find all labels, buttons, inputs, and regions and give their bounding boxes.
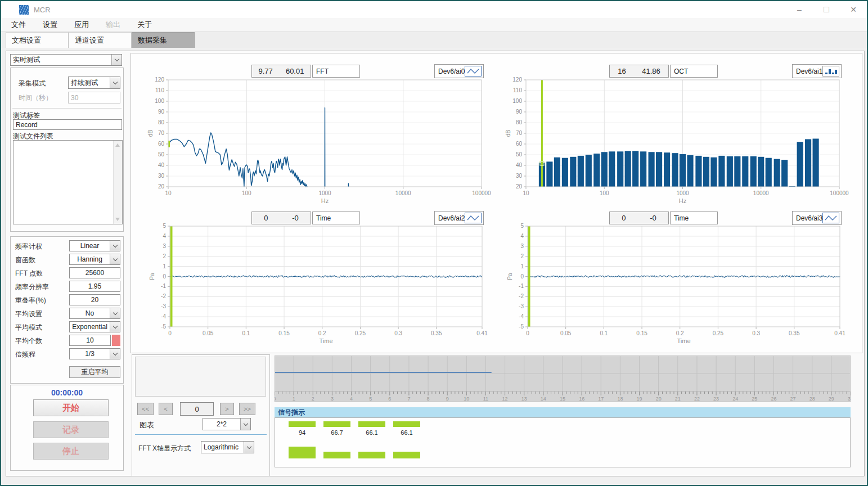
chevron-down-icon[interactable] — [110, 349, 120, 359]
svg-text:Pa: Pa — [149, 273, 155, 280]
chart-layout-select[interactable]: 2*2 — [203, 418, 251, 430]
oct-chart[interactable]: 1010010001000010000012011010090807060504… — [502, 75, 855, 208]
setting-label: FFT 点数 — [15, 269, 43, 278]
svg-text:30: 30 — [516, 173, 523, 179]
setting-value: Linear — [70, 242, 110, 250]
setting-value: 1/3 — [70, 350, 110, 358]
test-file-list[interactable] — [13, 140, 123, 224]
menu-item-settings[interactable]: 设置 — [36, 20, 64, 30]
chevron-down-icon[interactable] — [111, 55, 122, 65]
svg-text:3: 3 — [520, 243, 524, 249]
restart-average-button[interactable]: 重启平均 — [69, 366, 120, 378]
chevron-down-icon[interactable] — [240, 418, 250, 430]
channel-label: Dev6/ai0 — [438, 68, 465, 75]
signal-level-value: 66.1 — [393, 429, 420, 436]
app-window: MCR – ☐ ✕ 文件 设置 应用 输出 关于 文档设置 通道设置 数据采集 … — [0, 0, 868, 486]
acq-time-label: 时间（秒） — [19, 93, 52, 103]
last-record-button[interactable]: >> — [239, 403, 255, 415]
t2-chart[interactable]: 00.050.10.150.20.250.30.350.41543210-1-2… — [146, 221, 498, 348]
svg-text:-2: -2 — [519, 293, 524, 299]
signal-level-bar — [358, 421, 385, 427]
test-tag-input[interactable]: Record — [13, 119, 122, 130]
tab-channel-settings[interactable]: 通道设置 — [69, 32, 132, 48]
menu-item-file[interactable]: 文件 — [5, 20, 33, 30]
svg-text:120: 120 — [155, 76, 164, 83]
chevron-down-icon[interactable] — [110, 77, 120, 88]
svg-text:5: 5 — [163, 223, 166, 229]
menu-item-about[interactable]: 关于 — [131, 20, 159, 30]
menu-item-apply[interactable]: 应用 — [68, 20, 96, 30]
svg-text:120: 120 — [512, 76, 522, 83]
svg-text:-5: -5 — [161, 323, 166, 330]
svg-text:110: 110 — [513, 87, 522, 93]
runner-group: 00:00:00 开始 记录 停止 — [10, 385, 124, 471]
svg-text:0.05: 0.05 — [560, 330, 572, 336]
scroll-up-icon[interactable] — [115, 143, 120, 147]
nav-preview-box — [135, 357, 266, 397]
test-mode-select[interactable]: 实时测试 — [10, 54, 122, 66]
svg-text:0.41: 0.41 — [476, 330, 488, 336]
next-record-button[interactable]: > — [220, 403, 234, 415]
chart-layout-value: 2*2 — [203, 420, 240, 428]
setting-value: Exponential — [70, 323, 110, 331]
svg-text:0.3: 0.3 — [394, 330, 402, 336]
close-button[interactable]: ✕ — [840, 1, 867, 18]
chevron-down-icon[interactable] — [110, 254, 120, 264]
chevron-down-icon[interactable] — [110, 322, 120, 332]
cursor-x-value: 16 — [618, 67, 626, 75]
tab-data-acquisition[interactable]: 数据采集 — [132, 32, 195, 48]
svg-text:10: 10 — [464, 396, 469, 402]
setting-select[interactable]: Hanning — [69, 254, 120, 265]
t3-chart[interactable]: 00.050.10.150.20.250.30.350.41543210-1-2… — [504, 221, 856, 348]
svg-text:5: 5 — [520, 223, 524, 229]
svg-text:30: 30 — [848, 396, 851, 402]
setting-input[interactable]: 25600 — [69, 267, 120, 278]
svg-text:4: 4 — [520, 233, 524, 239]
prev-record-button[interactable]: < — [159, 403, 173, 415]
scrollbar[interactable] — [113, 141, 122, 224]
cursor-y-value: 41.86 — [642, 67, 660, 75]
start-button[interactable]: 开始 — [33, 399, 109, 416]
minimize-button[interactable]: – — [786, 1, 813, 18]
svg-text:0.3: 0.3 — [752, 330, 760, 336]
svg-text:18: 18 — [617, 396, 623, 402]
fft-axis-mode-select[interactable]: Logarithmic — [201, 441, 254, 453]
svg-text:4: 4 — [163, 233, 166, 239]
setting-select[interactable]: 1/3 — [69, 348, 120, 359]
chevron-down-icon[interactable] — [244, 442, 254, 453]
svg-text:6: 6 — [388, 396, 391, 402]
tab-document-settings[interactable]: 文档设置 — [6, 32, 69, 48]
first-record-button[interactable]: << — [137, 403, 154, 415]
setting-value: 10 — [70, 336, 110, 344]
setting-select[interactable]: Exponential — [69, 321, 120, 332]
setting-input[interactable]: 10 — [69, 335, 111, 346]
svg-text:0.2: 0.2 — [318, 330, 326, 336]
svg-text:100000: 100000 — [472, 190, 491, 196]
svg-text:1: 1 — [293, 396, 295, 402]
svg-text:25: 25 — [752, 396, 757, 402]
app-icon — [19, 5, 29, 15]
svg-text:100000: 100000 — [830, 190, 849, 196]
svg-text:100: 100 — [242, 190, 251, 196]
svg-text:0.35: 0.35 — [789, 330, 800, 336]
chevron-down-icon[interactable] — [110, 241, 120, 251]
scroll-down-icon[interactable] — [115, 218, 120, 221]
window-title: MCR — [34, 6, 51, 14]
svg-text:70: 70 — [516, 130, 523, 136]
setting-input[interactable]: 20 — [69, 294, 120, 305]
svg-text:1: 1 — [163, 263, 166, 269]
fft-chart[interactable]: 1010010001000010000012011010090807060504… — [145, 75, 497, 208]
record-timeline[interactable]: 0123456789101112131415161718192021222324… — [275, 356, 851, 402]
svg-text:10: 10 — [165, 190, 172, 196]
record-counter[interactable]: 0 — [180, 402, 214, 416]
record-button: 记录 — [33, 421, 109, 438]
svg-text:dB: dB — [505, 130, 511, 137]
setting-label: 倍频程 — [15, 350, 35, 359]
setting-select[interactable]: No — [69, 308, 120, 319]
fft-settings-group: 频率计权Linear窗函数HanningFFT 点数25600频率分辨率1.95… — [10, 236, 124, 384]
setting-input[interactable]: 1.95 — [69, 281, 120, 292]
chevron-down-icon[interactable] — [110, 308, 120, 318]
setting-select[interactable]: Linear — [69, 240, 120, 251]
acq-mode-select[interactable]: 持续测试 — [68, 76, 120, 89]
maximize-button[interactable]: ☐ — [813, 1, 840, 18]
